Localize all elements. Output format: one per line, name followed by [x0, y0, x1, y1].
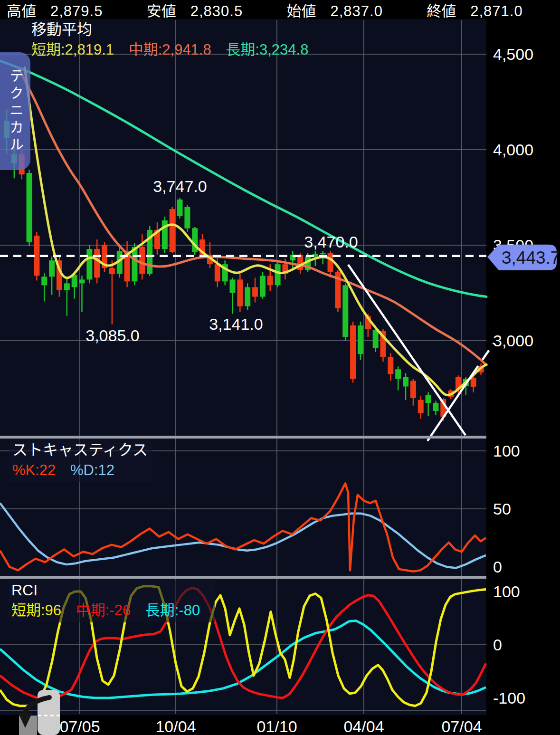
ma-short-value: 短期:2,819.1	[31, 41, 114, 58]
ma-long-value: 長期:3,234.8	[226, 41, 308, 58]
ma-mid-value: 中期:2,941.8	[129, 41, 211, 58]
stochastics-legend: ストキャスティクス %K:22 %D:12	[9, 439, 152, 482]
stochastics-d-value: %D:12	[70, 462, 114, 478]
low-label: 安値	[147, 0, 176, 20]
rci-y-tick-label: 0	[493, 636, 502, 654]
stochastics-k-value: %K:22	[12, 462, 56, 478]
close-value-group: 終値 2,871.0	[420, 0, 560, 20]
price-annotation: 3,085.0	[85, 326, 139, 344]
tab-technical-label: テクニカル	[5, 68, 26, 154]
main-y-tick-label: 3,000	[493, 332, 533, 350]
high-value-group: 高値 2,879.5	[0, 0, 140, 20]
high-label: 高値	[7, 0, 36, 20]
stochastics-y-tick-label: 100	[493, 442, 520, 460]
ma-legend: 移動平均 短期:2,819.1 中期:2,941.8 長期:3,234.8	[31, 21, 319, 58]
rci-y-tick-label: 100	[493, 582, 520, 601]
technical-chart-screen: 4,5004,0003,5003,0001005001000-1003,747.…	[0, 0, 560, 735]
rci-long-value: 長期:-80	[145, 602, 200, 619]
close-value: 2,871.0	[470, 3, 522, 20]
ma-legend-title: 移動平均	[31, 21, 319, 38]
low-value-group: 安値 2,830.5	[140, 0, 280, 20]
main-y-tick-label: 4,000	[493, 141, 533, 159]
open-value-group: 始値 2,837.0	[280, 0, 420, 20]
stochastics-y-tick-label: 0	[493, 558, 502, 576]
ohlc-summary-bar: 高値 2,879.5 安値 2,830.5 始値 2,837.0 終値 2,87…	[0, 0, 560, 19]
rci-mid-value: 中期:-26	[76, 602, 131, 619]
price-annotation: 3,747.0	[153, 177, 207, 195]
stochastics-legend-title: ストキャスティクス	[12, 441, 148, 459]
rci-legend-title: RCI	[11, 582, 210, 599]
low-value: 2,830.5	[190, 3, 243, 20]
separator-main-stochastics	[0, 436, 486, 439]
open-value: 2,837.0	[331, 3, 383, 20]
high-value: 2,879.5	[50, 3, 103, 20]
price-annotation: 3,470.0	[304, 233, 358, 251]
tab-technical[interactable]: テクニカル	[0, 52, 30, 170]
main-y-tick-label: 4,500	[493, 45, 533, 63]
price-annotation: 3,141.0	[209, 315, 263, 333]
rci-short-value: 短期:96	[11, 602, 61, 619]
current-price-badge: 3,443.7	[487, 245, 560, 270]
rci-legend: RCI 短期:96 中期:-26 長期:-80	[9, 580, 215, 622]
rci-y-tick-label: -100	[493, 689, 525, 707]
close-label: 終値	[427, 0, 456, 20]
separator-stochastics-rci	[0, 576, 486, 579]
open-label: 始値	[287, 0, 316, 20]
svg-text:3,443.7: 3,443.7	[502, 248, 560, 267]
stochastics-y-tick-label: 50	[493, 500, 511, 518]
chart-canvas: 4,5004,0003,5003,0001005001000-1003,747.…	[0, 0, 560, 735]
